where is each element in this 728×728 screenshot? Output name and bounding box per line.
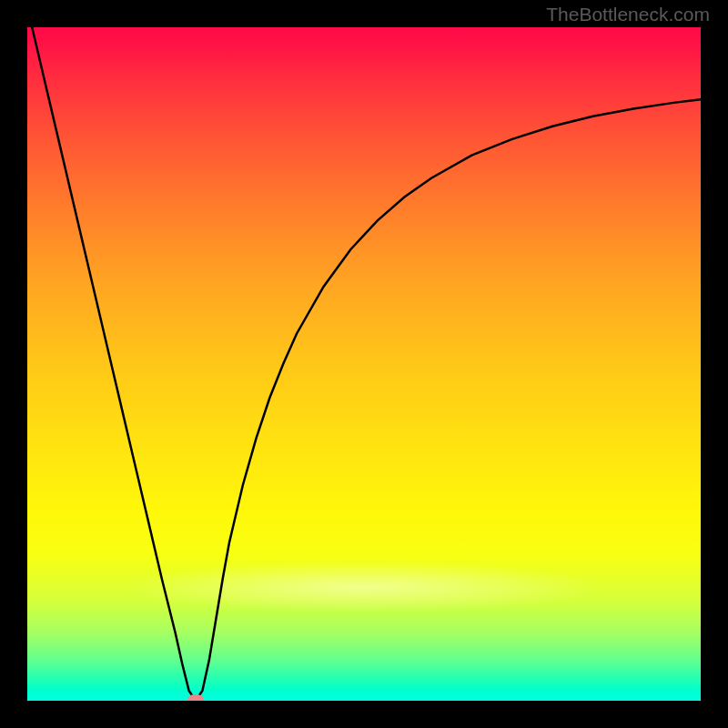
curve-svg: [27, 27, 701, 701]
watermark-text: TheBottleneck.com: [546, 4, 710, 25]
curve-path: [27, 27, 701, 701]
min-point-marker: [187, 694, 204, 701]
chart-frame: [27, 27, 701, 701]
